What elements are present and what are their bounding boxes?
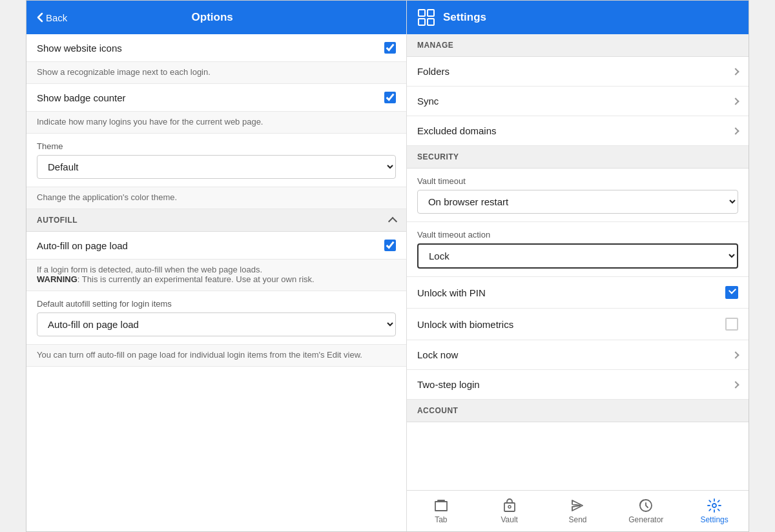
back-button[interactable]: Back	[37, 12, 67, 23]
svg-rect-2	[418, 19, 425, 25]
nav-settings[interactable]: Settings	[680, 491, 749, 531]
right-content: MANAGE Folders Sync Excluded domains SEC…	[407, 34, 749, 490]
sync-item[interactable]: Sync	[407, 87, 749, 116]
nav-generator[interactable]: Generator	[612, 491, 680, 531]
nav-tab-label: Tab	[435, 515, 447, 524]
svg-rect-3	[428, 19, 434, 25]
left-content: Show website icons Show a recognizable i…	[26, 34, 406, 531]
security-section-header: SECURITY	[407, 146, 749, 169]
folders-chevron-icon	[732, 68, 739, 75]
theme-section: Theme Default Light Dark	[26, 134, 406, 187]
right-panel: Settings MANAGE Folders Sync Excluded do…	[407, 1, 749, 531]
nav-settings-label: Settings	[700, 515, 728, 524]
autofill-on-page-load-row: Auto-fill on page load	[26, 232, 406, 260]
unlock-with-pin-label: Unlock with PIN	[417, 287, 486, 298]
sync-label: Sync	[417, 96, 439, 107]
show-website-icons-label: Show website icons	[37, 43, 122, 54]
autofill-on-page-load-label: Auto-fill on page load	[37, 240, 128, 251]
autofill-section-header: AUTOFILL	[26, 209, 406, 232]
default-autofill-select[interactable]: Auto-fill on page load Do not auto-fill	[37, 312, 396, 336]
autofill-chevron-up-icon	[388, 217, 397, 226]
show-badge-counter-checkbox[interactable]	[384, 92, 396, 103]
excluded-domains-label: Excluded domains	[417, 125, 497, 136]
left-panel-title: Options	[67, 11, 396, 24]
excluded-domains-item[interactable]: Excluded domains	[407, 116, 749, 146]
unlock-with-biometrics-label: Unlock with biometrics	[417, 319, 513, 330]
right-panel-title: Settings	[443, 11, 486, 24]
nav-generator-label: Generator	[628, 515, 663, 524]
autofill-on-page-load-checkbox[interactable]	[384, 240, 396, 251]
bottom-nav: Tab Vault Send	[407, 490, 749, 531]
nav-send[interactable]: Send	[544, 491, 612, 531]
show-website-icons-desc: Show a recognizable image next to each l…	[26, 62, 406, 84]
vault-timeout-field: Vault timeout On browser restart Never 1…	[407, 169, 749, 222]
two-step-login-item[interactable]: Two-step login	[407, 370, 749, 400]
show-badge-counter-desc: Indicate how many logins you have for th…	[26, 112, 406, 134]
show-badge-counter-row: Show badge counter	[26, 84, 406, 112]
vault-timeout-action-field: Vault timeout action Lock Log out	[407, 222, 749, 277]
lock-now-label: Lock now	[417, 349, 458, 360]
send-icon	[570, 498, 585, 513]
vault-timeout-label: Vault timeout	[417, 176, 738, 186]
folders-label: Folders	[417, 66, 450, 77]
show-website-icons-checkbox[interactable]	[384, 42, 396, 54]
nav-send-label: Send	[568, 515, 586, 524]
excluded-domains-chevron-icon	[732, 127, 739, 134]
unlock-with-biometrics-checkbox[interactable]	[725, 318, 738, 331]
nav-vault-label: Vault	[501, 515, 517, 524]
show-website-icons-row: Show website icons	[26, 34, 406, 62]
autofill-note: You can turn off auto-fill on page load …	[26, 345, 406, 367]
theme-desc: Change the application's color theme.	[26, 187, 406, 209]
right-header: Settings	[407, 1, 749, 34]
settings-icon	[707, 498, 722, 513]
left-header: Back Options	[26, 1, 406, 34]
svg-rect-1	[428, 10, 434, 16]
theme-label: Theme	[37, 141, 396, 151]
autofill-warning-label: WARNING	[37, 274, 78, 284]
vault-timeout-action-label: Vault timeout action	[417, 230, 738, 240]
lock-now-chevron-icon	[732, 351, 739, 358]
nav-vault[interactable]: Vault	[475, 491, 544, 531]
lock-now-item[interactable]: Lock now	[407, 340, 749, 370]
svg-point-5	[508, 506, 511, 508]
account-section-header: ACCOUNT	[407, 400, 749, 422]
vault-timeout-action-select[interactable]: Lock Log out	[417, 243, 738, 269]
svg-rect-0	[418, 10, 425, 16]
folders-item[interactable]: Folders	[407, 57, 749, 87]
back-label: Back	[46, 12, 67, 23]
autofill-on-page-load-desc: If a login form is detected, auto-fill w…	[26, 260, 406, 291]
generator-icon	[638, 498, 654, 513]
theme-select[interactable]: Default Light Dark	[37, 155, 396, 179]
nav-tab[interactable]: Tab	[407, 491, 475, 531]
two-step-login-label: Two-step login	[417, 379, 480, 390]
sync-chevron-icon	[732, 97, 739, 105]
manage-section-header: MANAGE	[407, 34, 749, 57]
default-autofill-label: Default autofill setting for login items	[37, 299, 396, 309]
settings-header-icon	[417, 8, 435, 26]
left-panel: Back Options Show website icons Show a r…	[26, 1, 407, 531]
two-step-login-chevron-icon	[732, 381, 739, 388]
unlock-with-pin-row: Unlock with PIN	[407, 277, 749, 309]
autofill-desc-normal: If a login form is detected, auto-fill w…	[37, 265, 262, 274]
tab-icon	[433, 498, 449, 513]
back-chevron-icon	[37, 12, 43, 23]
vault-timeout-select[interactable]: On browser restart Never 1 minute 5 minu…	[417, 190, 738, 214]
unlock-with-biometrics-row: Unlock with biometrics	[407, 309, 749, 340]
autofill-section-label: AUTOFILL	[37, 216, 78, 225]
autofill-warning-text: : This is currently an experimental feat…	[78, 274, 315, 284]
default-autofill-section: Default autofill setting for login items…	[26, 291, 406, 345]
unlock-with-pin-checkbox[interactable]	[725, 286, 738, 299]
svg-rect-4	[504, 503, 515, 511]
vault-icon	[502, 498, 517, 513]
svg-point-7	[712, 504, 716, 507]
show-badge-counter-label: Show badge counter	[37, 92, 126, 103]
